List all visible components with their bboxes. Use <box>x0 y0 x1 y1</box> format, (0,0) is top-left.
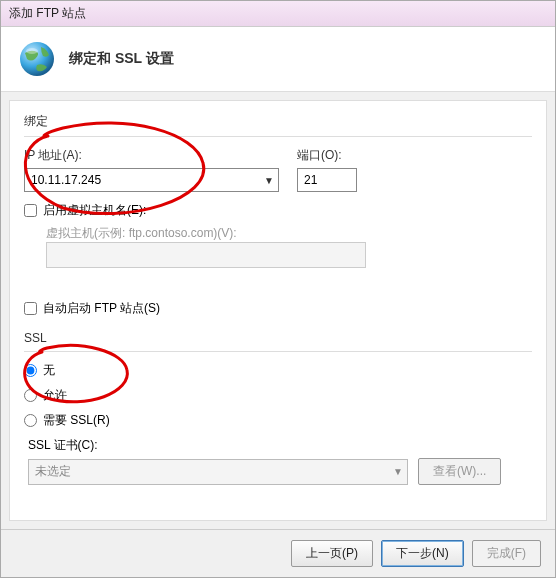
titlebar: 添加 FTP 站点 <box>1 1 555 27</box>
page-title: 绑定和 SSL 设置 <box>69 50 174 68</box>
cert-label: SSL 证书(C): <box>28 437 532 454</box>
cert-combo: 未选定 ▼ <box>28 459 408 485</box>
ssl-allow-row: 允许 <box>24 387 532 404</box>
binding-row: IP 地址(A): ▼ 端口(O): <box>24 147 532 192</box>
ip-input[interactable] <box>25 169 260 191</box>
header: 绑定和 SSL 设置 <box>1 27 555 92</box>
dialog-window: 添加 FTP 站点 绑定和 SSL 设置 绑定 <box>0 0 556 578</box>
vhost-subgroup: 虚拟主机(示例: ftp.contoso.com)(V): <box>46 225 532 268</box>
ssl-require-radio[interactable] <box>24 414 37 427</box>
dropdown-arrow-icon: ▼ <box>389 466 407 477</box>
autostart-label: 自动启动 FTP 站点(S) <box>43 300 160 317</box>
finish-button: 完成(F) <box>472 540 541 567</box>
prev-button[interactable]: 上一页(P) <box>291 540 373 567</box>
ip-label: IP 地址(A): <box>24 147 279 164</box>
port-label: 端口(O): <box>297 147 357 164</box>
vhost-field-label: 虚拟主机(示例: ftp.contoso.com)(V): <box>46 225 532 242</box>
ssl-allow-label: 允许 <box>43 387 67 404</box>
ssl-none-label: 无 <box>43 362 55 379</box>
cert-row: 未选定 ▼ 查看(W)... <box>28 458 532 485</box>
vhost-checkbox-label: 启用虚拟主机名(E): <box>43 202 146 219</box>
ip-field: IP 地址(A): ▼ <box>24 147 279 192</box>
window-title: 添加 FTP 站点 <box>9 6 86 20</box>
binding-group-label: 绑定 <box>24 113 532 130</box>
divider <box>24 136 532 137</box>
port-input[interactable] <box>297 168 357 192</box>
content-area: 绑定 IP 地址(A): ▼ 端口(O): 启用虚拟主机名(E): 虚拟主机(示… <box>9 100 547 521</box>
view-cert-button: 查看(W)... <box>418 458 501 485</box>
ssl-group-label: SSL <box>24 331 532 345</box>
svg-point-0 <box>20 42 54 76</box>
port-field: 端口(O): <box>297 147 357 192</box>
next-button[interactable]: 下一步(N) <box>381 540 464 567</box>
cert-selected-value: 未选定 <box>29 463 389 480</box>
ssl-require-label: 需要 SSL(R) <box>43 412 110 429</box>
divider <box>24 351 532 352</box>
autostart-checkbox[interactable] <box>24 302 37 315</box>
vhost-input <box>46 242 366 268</box>
dropdown-arrow-icon[interactable]: ▼ <box>260 175 278 186</box>
vhost-checkbox-row: 启用虚拟主机名(E): <box>24 202 532 219</box>
autostart-checkbox-row: 自动启动 FTP 站点(S) <box>24 300 532 317</box>
svg-point-1 <box>26 48 38 54</box>
ip-combo[interactable]: ▼ <box>24 168 279 192</box>
footer: 上一页(P) 下一步(N) 完成(F) <box>1 529 555 577</box>
globe-icon <box>17 39 57 79</box>
ssl-allow-radio[interactable] <box>24 389 37 402</box>
ssl-none-radio[interactable] <box>24 364 37 377</box>
ssl-require-row: 需要 SSL(R) <box>24 412 532 429</box>
ssl-none-row: 无 <box>24 362 532 379</box>
vhost-checkbox[interactable] <box>24 204 37 217</box>
